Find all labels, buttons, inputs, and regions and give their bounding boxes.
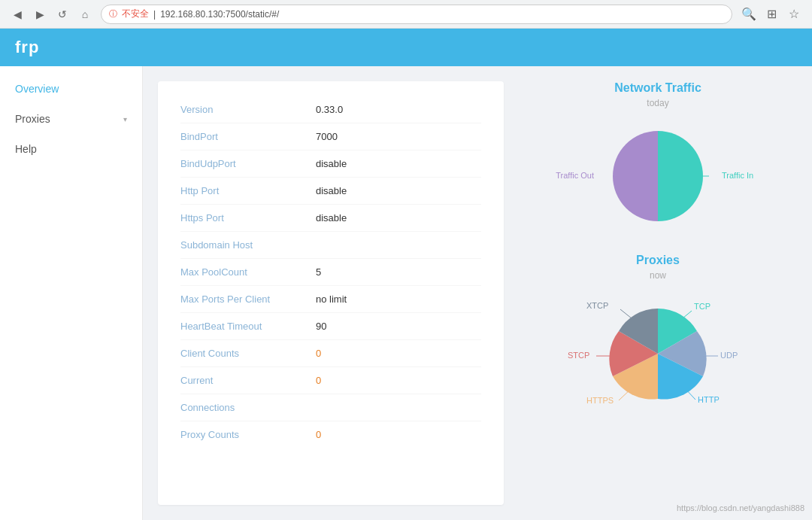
http-label: HTTP <box>698 395 720 404</box>
watermark: https://blog.csdn.net/yangdashi888 <box>677 503 804 512</box>
svg-line-7 <box>620 309 635 321</box>
address-bar[interactable]: ⓘ 不安全 | 192.168.80.130:7500/static/#/ <box>101 5 732 24</box>
security-label: 不安全 <box>122 8 149 20</box>
info-value: 0 <box>316 429 321 440</box>
sidebar-item-help[interactable]: Help <box>0 134 142 164</box>
info-value: 0 <box>316 375 321 386</box>
sidebar-item-label: Proxies <box>15 113 50 125</box>
browser-action-buttons: 🔍 ⊞ ☆ <box>740 5 803 23</box>
sidebar-item-label: Help <box>15 143 37 155</box>
info-row: Subdomain Host <box>180 232 481 259</box>
info-label: Proxy Counts <box>180 429 316 440</box>
back-button[interactable]: ◀ <box>9 6 26 23</box>
info-row: Current0 <box>180 367 481 394</box>
info-row: Https Portdisable <box>180 205 481 232</box>
info-row: Max PoolCount5 <box>180 259 481 286</box>
tcp-label: TCP <box>694 302 710 311</box>
info-value: disable <box>316 212 347 224</box>
info-row: Version0.33.0 <box>180 96 481 123</box>
info-value: 0 <box>316 348 321 359</box>
proxies-chart: TCP UDP HTTP HTTPS STCP <box>545 288 771 422</box>
security-icon: ⓘ <box>109 8 117 20</box>
info-value: disable <box>316 158 347 169</box>
info-row: Proxy Counts0 <box>180 421 481 448</box>
sidebar: Overview Proxies ▾ Help <box>0 66 143 520</box>
proxies-title: Proxies <box>519 254 797 267</box>
info-value: 0.33.0 <box>316 104 343 115</box>
browser-search-button[interactable]: 🔍 <box>740 5 758 23</box>
info-label: Client Counts <box>180 348 316 359</box>
info-label: Https Port <box>180 212 316 224</box>
info-row: Max Ports Per Clientno limit <box>180 286 481 313</box>
app-body: Overview Proxies ▾ Help Version0.33.0Bin… <box>0 66 812 520</box>
info-value: 5 <box>316 266 321 278</box>
info-label: Connections <box>180 402 316 413</box>
traffic-in-label: Traffic In <box>722 171 753 180</box>
info-label: Max PoolCount <box>180 266 316 278</box>
forward-button[interactable]: ▶ <box>32 6 48 23</box>
https-label: HTTPS <box>586 396 614 405</box>
nav-buttons: ◀ ▶ ↺ ⌂ <box>9 6 93 23</box>
proxies-subtitle: now <box>519 270 797 281</box>
info-panel: Version0.33.0BindPort7000BindUdpPortdisa… <box>158 81 504 505</box>
info-row: BindPort7000 <box>180 123 481 151</box>
proxies-section: Proxies now <box>519 254 797 422</box>
network-traffic-title: Network Traffic <box>519 81 797 95</box>
info-row: HeartBeat Timeout90 <box>180 313 481 340</box>
charts-panel: Network Traffic today Traffic Out <box>519 81 797 505</box>
sidebar-item-overview[interactable]: Overview <box>0 74 142 104</box>
network-traffic-section: Network Traffic today Traffic Out <box>519 81 797 239</box>
chevron-down-icon: ▾ <box>123 115 127 123</box>
reload-button[interactable]: ↺ <box>54 6 71 23</box>
traffic-out-label: Traffic Out <box>556 171 594 180</box>
info-value: disable <box>316 185 347 196</box>
info-row: Client Counts0 <box>180 340 481 367</box>
info-row: Connections <box>180 394 481 421</box>
sidebar-item-label: Overview <box>15 83 59 95</box>
network-traffic-subtitle: today <box>519 98 797 108</box>
app-logo: frp <box>15 38 39 57</box>
info-label: HeartBeat Timeout <box>180 321 316 332</box>
network-traffic-chart: Traffic Out Traffic In <box>553 116 763 239</box>
info-label: BindUdpPort <box>180 158 316 169</box>
main-content: Version0.33.0BindPort7000BindUdpPortdisa… <box>143 66 812 520</box>
info-value: no limit <box>316 293 347 305</box>
browser-extensions-button[interactable]: ⊞ <box>762 5 780 23</box>
udp-label: UDP <box>720 351 738 360</box>
info-value: 7000 <box>316 131 338 142</box>
home-button[interactable]: ⌂ <box>77 6 93 23</box>
info-row: Http Portdisable <box>180 178 481 205</box>
url-text: 192.168.80.130:7500/static/#/ <box>160 9 279 20</box>
info-value: 90 <box>316 321 326 332</box>
info-label: Subdomain Host <box>180 239 316 251</box>
info-label: Max Ports Per Client <box>180 293 316 305</box>
info-label: Version <box>180 104 316 115</box>
url-separator: | <box>153 9 156 20</box>
info-label: Http Port <box>180 185 316 196</box>
app-header: frp <box>0 29 812 66</box>
info-row: BindUdpPortdisable <box>180 151 481 178</box>
browser-chrome: ◀ ▶ ↺ ⌂ ⓘ 不安全 | 192.168.80.130:7500/stat… <box>0 0 812 29</box>
xtcp-label: XTCP <box>586 301 608 310</box>
stcp-label: STCP <box>568 351 589 360</box>
info-label: BindPort <box>180 131 316 142</box>
browser-bookmark-button[interactable]: ☆ <box>785 5 803 23</box>
sidebar-item-proxies[interactable]: Proxies ▾ <box>0 104 142 134</box>
info-label: Current <box>180 375 316 386</box>
